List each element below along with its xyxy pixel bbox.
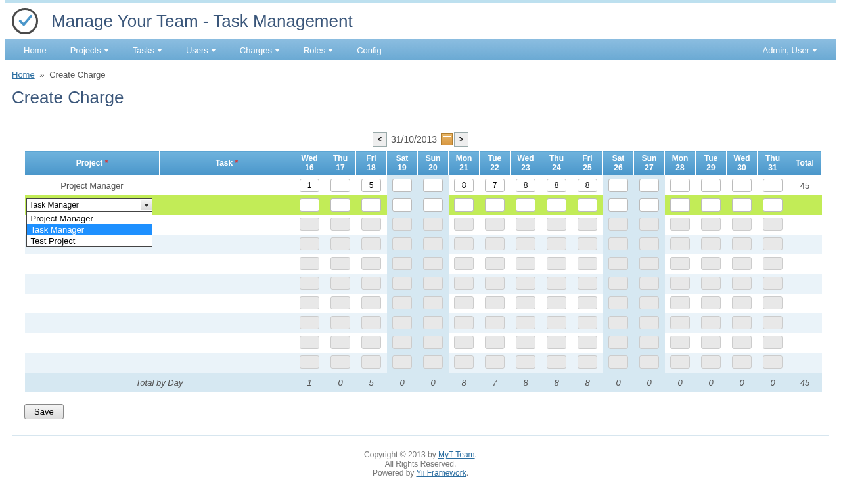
- charge-input[interactable]: [670, 179, 690, 192]
- menu-charges[interactable]: Charges: [228, 45, 292, 55]
- charge-input-disabled: [516, 296, 535, 309]
- charge-input-disabled: [485, 355, 505, 369]
- charge-input[interactable]: [516, 179, 535, 192]
- charge-input[interactable]: [732, 179, 752, 192]
- charge-input[interactable]: [608, 198, 628, 212]
- menu-home[interactable]: Home: [12, 45, 58, 55]
- menu-user[interactable]: Admin, User: [750, 45, 829, 55]
- charge-input-disabled: [670, 316, 690, 329]
- charge-input[interactable]: [454, 198, 474, 212]
- totals-day: 0: [696, 373, 727, 392]
- footer-framework-link[interactable]: Yii Framework: [416, 469, 466, 478]
- menu-users[interactable]: Users: [174, 45, 228, 55]
- charge-input-disabled: [763, 316, 783, 329]
- breadcrumb-home[interactable]: Home: [12, 70, 35, 80]
- charge-input[interactable]: [639, 198, 659, 212]
- charge-input-disabled: [330, 336, 350, 349]
- charge-input-disabled: [547, 237, 566, 250]
- charge-input[interactable]: [732, 198, 752, 212]
- project-select[interactable]: Task Manager: [26, 198, 152, 212]
- project-dropdown[interactable]: Project ManagerTask ManagerTest Project: [26, 211, 152, 247]
- charge-input-disabled: [392, 355, 412, 369]
- charge-input[interactable]: [361, 179, 381, 192]
- charge-input-disabled: [330, 355, 350, 369]
- charge-input[interactable]: [485, 179, 505, 192]
- charge-input-disabled: [732, 218, 752, 231]
- totals-day: 0: [325, 373, 356, 392]
- charge-input[interactable]: [763, 179, 783, 192]
- menu-projects[interactable]: Projects: [58, 45, 121, 55]
- charge-input-disabled: [516, 336, 535, 349]
- charge-input-disabled: [516, 257, 535, 270]
- charge-input[interactable]: [361, 198, 381, 212]
- calendar-icon[interactable]: [441, 133, 453, 145]
- charge-input[interactable]: [701, 198, 721, 212]
- charge-input-disabled: [392, 296, 412, 309]
- totals-day: 0: [758, 373, 788, 392]
- col-day-24: Thu24: [541, 151, 572, 175]
- charge-input[interactable]: [516, 198, 535, 212]
- menu-config[interactable]: Config: [345, 45, 394, 55]
- footer-team-link[interactable]: MyT Team: [438, 450, 475, 459]
- charge-input-disabled: [392, 336, 412, 349]
- menu-tasks[interactable]: Tasks: [121, 45, 174, 55]
- charge-input-disabled: [639, 257, 659, 270]
- charge-input[interactable]: [300, 179, 319, 192]
- charge-input-disabled: [608, 237, 628, 250]
- charge-input-disabled: [608, 277, 628, 290]
- charge-input-disabled: [701, 257, 721, 270]
- charge-input[interactable]: [578, 179, 597, 192]
- date-next-button[interactable]: >: [454, 132, 468, 147]
- charge-input-disabled: [578, 355, 597, 369]
- chevron-down-icon: [211, 49, 216, 52]
- charge-input-disabled: [670, 355, 690, 369]
- charge-input[interactable]: [763, 198, 783, 212]
- charge-input-disabled: [732, 316, 752, 329]
- charge-input-disabled: [361, 296, 381, 309]
- chevron-down-icon[interactable]: [141, 200, 152, 210]
- charge-input-disabled: [608, 257, 628, 270]
- totals-day: 1: [294, 373, 325, 392]
- charge-input[interactable]: [392, 198, 412, 212]
- chevron-down-icon: [157, 49, 162, 52]
- charge-input[interactable]: [578, 198, 597, 212]
- charge-input-disabled: [732, 355, 752, 369]
- charge-input-disabled: [392, 316, 412, 329]
- charge-input[interactable]: [423, 198, 443, 212]
- charge-input[interactable]: [701, 179, 721, 192]
- charge-input[interactable]: [547, 179, 566, 192]
- charge-input-disabled: [423, 218, 443, 231]
- charge-input-disabled: [454, 336, 474, 349]
- charge-input[interactable]: [330, 179, 350, 192]
- save-button[interactable]: Save: [24, 404, 64, 419]
- charge-input-disabled: [547, 296, 566, 309]
- col-day-26: Sat26: [603, 151, 634, 175]
- project-option[interactable]: Test Project: [27, 235, 152, 246]
- row-task: [160, 175, 294, 196]
- charge-input[interactable]: [300, 198, 319, 212]
- charge-input-disabled: [763, 277, 783, 290]
- charge-input[interactable]: [392, 179, 412, 192]
- charge-input-disabled: [516, 316, 535, 329]
- charge-input-disabled: [423, 277, 443, 290]
- charge-input[interactable]: [423, 179, 443, 192]
- charge-input[interactable]: [547, 198, 566, 212]
- date-prev-button[interactable]: <: [373, 132, 387, 147]
- charge-input-disabled: [639, 355, 659, 369]
- charge-input-disabled: [423, 237, 443, 250]
- charge-input[interactable]: [608, 179, 628, 192]
- menu-roles[interactable]: Roles: [292, 45, 345, 55]
- charge-input[interactable]: [485, 198, 505, 212]
- row-total: 45: [788, 175, 822, 196]
- charge-input-disabled: [763, 237, 783, 250]
- charge-input[interactable]: [330, 198, 350, 212]
- charge-input[interactable]: [639, 179, 659, 192]
- charge-input-disabled: [639, 237, 659, 250]
- charge-input-disabled: [763, 218, 783, 231]
- charge-input[interactable]: [454, 179, 474, 192]
- charge-input[interactable]: [670, 198, 690, 212]
- charge-input-disabled: [732, 296, 752, 309]
- project-option[interactable]: Project Manager: [27, 213, 152, 224]
- charge-input-disabled: [361, 277, 381, 290]
- project-option[interactable]: Task Manager: [27, 224, 152, 235]
